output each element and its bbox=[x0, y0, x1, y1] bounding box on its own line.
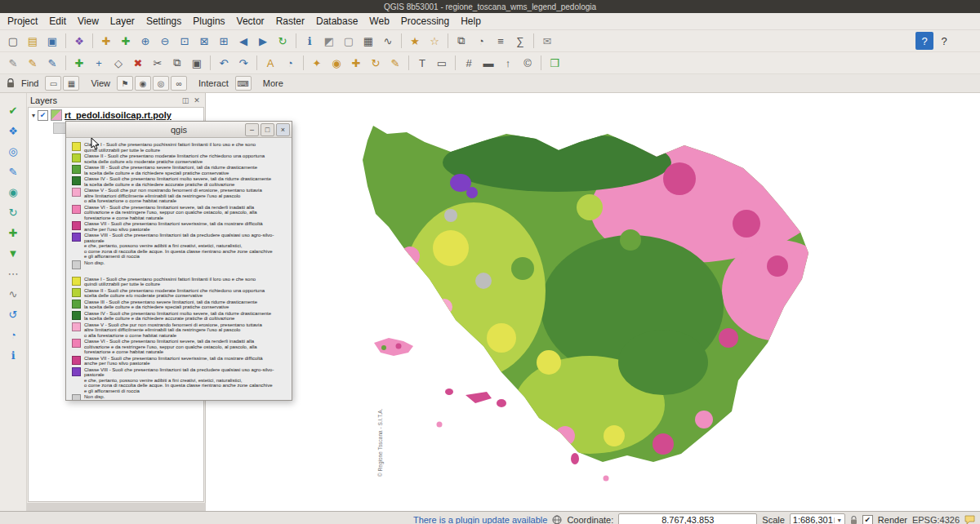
expand-arrow-icon[interactable]: ▾ bbox=[32, 112, 35, 119]
field-calculator-icon[interactable]: ∑ bbox=[511, 32, 529, 50]
toggle-editing-icon[interactable]: ✎ bbox=[24, 54, 42, 72]
find-region-icon[interactable]: ▭ bbox=[45, 76, 61, 91]
keyboard-icon[interactable]: ⌨ bbox=[235, 76, 252, 91]
zoom-full-icon[interactable]: ⊡ bbox=[176, 32, 194, 50]
more-tools-icon[interactable]: ⋯ bbox=[3, 264, 23, 282]
menu-raster[interactable]: Raster bbox=[270, 15, 310, 28]
menu-project[interactable]: Project bbox=[2, 15, 43, 28]
copy-features-icon[interactable]: ⧉ bbox=[168, 54, 186, 72]
zoom-in-icon[interactable]: ⊕ bbox=[136, 32, 154, 50]
undo-icon[interactable]: ↶ bbox=[215, 54, 233, 72]
zoom-to-selection-icon[interactable]: ⊠ bbox=[195, 32, 213, 50]
zoom-to-layer-icon[interactable]: ⊞ bbox=[215, 32, 233, 50]
current-edits-icon[interactable]: ✎ bbox=[4, 54, 22, 72]
new-map-view-icon[interactable]: ⧉ bbox=[452, 32, 470, 50]
undo-history-icon[interactable]: ↺ bbox=[3, 305, 23, 323]
refresh-layers-icon[interactable]: ↻ bbox=[3, 203, 23, 221]
redo-icon[interactable]: ↷ bbox=[234, 54, 252, 72]
epsg-badge[interactable]: EPSG:4326 bbox=[912, 515, 960, 524]
zoom-to-feature-icon[interactable]: ◎ bbox=[3, 142, 23, 160]
temporal-controller-icon[interactable]: ◔ bbox=[472, 32, 490, 50]
menu-web[interactable]: Web bbox=[363, 15, 394, 28]
pan-to-selection-icon[interactable]: ✚ bbox=[117, 32, 135, 50]
pin-labels-icon[interactable]: ✦ bbox=[308, 54, 326, 72]
measure-tool-icon[interactable]: ∿ bbox=[3, 285, 23, 303]
render-checkbox[interactable]: ✔ bbox=[862, 515, 873, 524]
edit-geometry-icon[interactable]: ✎ bbox=[3, 162, 23, 180]
cut-features-icon[interactable]: ✂ bbox=[149, 54, 167, 72]
coordinate-input[interactable]: 8.767,43.853 bbox=[618, 513, 757, 524]
map-canvas[interactable]: © Regione Toscana - S.I.T.A. bbox=[206, 93, 980, 511]
maximize-button[interactable]: □ bbox=[261, 123, 274, 136]
delete-selected-icon[interactable]: ✖ bbox=[129, 54, 147, 72]
plugin-manager-icon[interactable]: ❒ bbox=[546, 54, 564, 72]
help-documentation-icon[interactable]: ? bbox=[915, 32, 933, 50]
close-button[interactable]: × bbox=[276, 123, 290, 136]
save-layer-edits-icon[interactable]: ✎ bbox=[43, 54, 61, 72]
move-feature-icon[interactable]: + bbox=[90, 54, 108, 72]
minimize-button[interactable]: – bbox=[245, 123, 259, 136]
save-project-icon[interactable]: ▣ bbox=[43, 32, 61, 50]
menu-view[interactable]: View bbox=[72, 15, 105, 28]
lock-scale-icon[interactable] bbox=[850, 516, 858, 524]
menu-plugins[interactable]: Plugins bbox=[187, 15, 230, 28]
snap-target-icon[interactable]: ✚ bbox=[3, 224, 23, 242]
refresh-map-icon[interactable]: ↻ bbox=[274, 32, 292, 50]
data-source-manager-icon[interactable]: ≡ bbox=[492, 32, 510, 50]
form-annotation-icon[interactable]: ▭ bbox=[433, 54, 451, 72]
web-map-services-icon[interactable]: ◉ bbox=[3, 183, 23, 201]
identify-features-icon[interactable]: ℹ bbox=[301, 32, 318, 50]
menu-layer[interactable]: Layer bbox=[105, 15, 140, 28]
paste-features-icon[interactable]: ▣ bbox=[188, 54, 206, 72]
menu-edit[interactable]: Edit bbox=[43, 15, 72, 28]
lock-icon[interactable] bbox=[7, 78, 15, 88]
identify-info-icon[interactable]: ℹ bbox=[3, 346, 23, 364]
window-titlebar[interactable]: QGIS 8b53001 - regione_toscana_wms_legen… bbox=[0, 0, 980, 13]
menu-vector[interactable]: Vector bbox=[231, 15, 270, 28]
zoom-out-icon[interactable]: ⊖ bbox=[156, 32, 174, 50]
whats-this-icon[interactable]: ? bbox=[935, 32, 953, 50]
menu-processing[interactable]: Processing bbox=[395, 15, 455, 28]
find-grid-icon[interactable]: ▦ bbox=[63, 76, 79, 91]
layer-row[interactable]: ▾ ✔ rt_pedol.idsoilcap.rt.poly bbox=[29, 108, 203, 122]
change-label-icon[interactable]: ✎ bbox=[386, 54, 404, 72]
panel-close-icon[interactable]: ✕ bbox=[192, 95, 202, 105]
add-feature-icon[interactable]: ✚ bbox=[70, 54, 88, 72]
zoom-next-icon[interactable]: ▶ bbox=[254, 32, 272, 50]
open-project-icon[interactable]: ▤ bbox=[24, 32, 42, 50]
messages-balloon-icon[interactable] bbox=[964, 515, 975, 524]
menu-database[interactable]: Database bbox=[310, 15, 363, 28]
dialog-titlebar[interactable]: qgis – □ × bbox=[66, 122, 292, 138]
style-manager-icon[interactable]: ❖ bbox=[70, 32, 88, 50]
layer-labeling-icon[interactable]: A bbox=[261, 54, 279, 72]
add-features-icon[interactable]: ✔ bbox=[3, 101, 23, 119]
link-chain-icon[interactable]: ∞ bbox=[171, 76, 187, 91]
new-project-icon[interactable]: ▢ bbox=[4, 32, 22, 50]
vector-tools-icon[interactable]: ▼ bbox=[3, 244, 23, 262]
decoration-grid-icon[interactable]: # bbox=[460, 54, 478, 72]
highlight-pinned-labels-icon[interactable]: ◉ bbox=[327, 54, 345, 72]
layer-visibility-checkbox[interactable]: ✔ bbox=[38, 110, 48, 121]
chevron-down-icon[interactable]: ▼ bbox=[834, 517, 844, 523]
north-arrow-icon[interactable]: ↑ bbox=[499, 54, 517, 72]
panel-float-icon[interactable]: ◫ bbox=[180, 95, 190, 105]
move-label-icon[interactable]: ✚ bbox=[347, 54, 365, 72]
flag-marker-icon[interactable]: ⚑ bbox=[117, 76, 133, 91]
show-messages-icon[interactable]: ✉ bbox=[538, 32, 556, 50]
scale-combo[interactable]: 1:686,301 ▼ bbox=[790, 513, 845, 524]
marker-b-icon[interactable]: ◎ bbox=[153, 76, 169, 91]
layer-diagrams-icon[interactable]: ◔ bbox=[281, 54, 299, 72]
zoom-last-icon[interactable]: ◀ bbox=[234, 32, 252, 50]
new-bookmark-icon[interactable]: ★ bbox=[406, 32, 424, 50]
world-help-icon[interactable]: ◔ bbox=[3, 326, 23, 344]
select-layers-icon[interactable]: ❖ bbox=[3, 122, 23, 140]
open-attribute-table-icon[interactable]: ▦ bbox=[359, 32, 377, 50]
globe-icon[interactable] bbox=[552, 515, 562, 524]
select-features-icon[interactable]: ◩ bbox=[320, 32, 338, 50]
more-label[interactable]: More bbox=[263, 78, 283, 88]
copyright-decoration-icon[interactable]: © bbox=[519, 54, 537, 72]
rotate-label-icon[interactable]: ↻ bbox=[367, 54, 385, 72]
deselect-features-icon[interactable]: ▢ bbox=[340, 32, 358, 50]
marker-a-icon[interactable]: ◉ bbox=[135, 76, 151, 91]
vertex-tool-icon[interactable]: ◇ bbox=[109, 54, 127, 72]
